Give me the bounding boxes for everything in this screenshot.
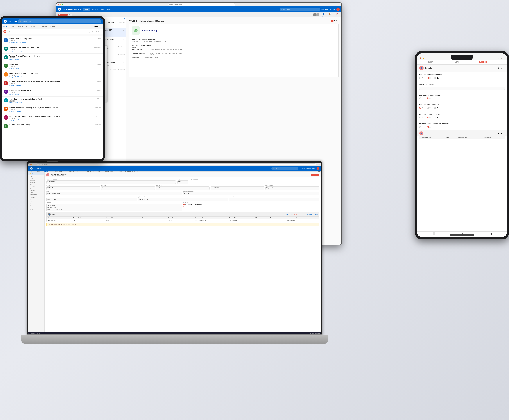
laptop-home-link[interactable]: ▶ 6 xyxy=(44,168,45,169)
phone-radio-cod-no[interactable] xyxy=(427,117,429,119)
close-btn[interactable] xyxy=(58,4,59,5)
tablet-case-purchase[interactable]: P Purchase of 45 Yamanto Way Yamanto Cli… xyxy=(2,114,103,122)
phone-radio-will-na[interactable] xyxy=(434,107,436,109)
indexing-btn[interactable]: 📋 Indexing xyxy=(327,12,333,17)
tablet-tab-new[interactable]: NEW xyxy=(9,24,15,29)
laptop-sidebar-notes[interactable]: Notes xyxy=(29,183,44,185)
monitor-tab-notes[interactable]: Notes xyxy=(106,8,112,11)
tablet-tab-index[interactable]: INDEX xyxy=(2,24,9,29)
laptop-sidebar-documents[interactable]: Documents xyxy=(29,181,44,183)
tablet-tab-accounting[interactable]: ACCOUNTING xyxy=(24,24,37,29)
laptop-sidebar-employee[interactable]: Employee xyxy=(29,205,44,207)
laptop-file-active-icon[interactable]: 🔴 xyxy=(183,206,185,207)
phone-radio-med-yes[interactable] xyxy=(419,126,421,128)
phone-codicil-no[interactable]: No xyxy=(427,117,431,119)
phone-medical-no[interactable]: No xyxy=(427,126,431,128)
tablet-case-watson-purchase[interactable]: W Watson Purchase from Wong 34 Harvey Wa… xyxy=(2,105,103,114)
phone-will-no[interactable]: No xyxy=(427,107,431,109)
phone-will-na[interactable]: N/a xyxy=(434,107,439,109)
tablet-add-btn[interactable]: + xyxy=(98,26,99,27)
tablet-case-watts[interactable]: W Watts Financial Agreement with Jones 2… xyxy=(2,45,103,53)
phone-radio-cap-no[interactable] xyxy=(427,98,429,99)
laptop-sidebar-relationship[interactable]: Relationship xyxy=(29,185,44,188)
more-icon[interactable]: ⋮ xyxy=(503,57,505,60)
phone-capacity-no[interactable]: No xyxy=(427,98,431,99)
phone-expand-btn[interactable]: ^ xyxy=(502,61,503,63)
laptop-search[interactable]: 🔍 Global search xyxy=(272,167,298,170)
laptop-sidebar-accounting2[interactable]: Accounting xyxy=(29,197,44,199)
table-row[interactable]: Jim Hernandez Client Client 0433663323 j… xyxy=(47,219,319,222)
tablet-tab-notes[interactable]: NOTES xyxy=(49,24,56,29)
tablet-filter-input[interactable]: 🔍 xyxy=(7,30,90,33)
laptop-sidebar-trust[interactable]: Trust xyxy=(29,199,44,201)
laptop-sidebar-succession[interactable]: Succession xyxy=(29,189,44,191)
tablet-view-toggle[interactable]: ⊞ xyxy=(91,30,93,32)
laptop-sidebar-new[interactable]: New xyxy=(29,177,44,179)
phone-poa-na[interactable]: N/a xyxy=(434,77,439,79)
doc-filter-input[interactable]: 🔍 xyxy=(68,14,72,16)
phone-radio-poa-no[interactable] xyxy=(427,77,429,79)
phone-ownership-add-btn[interactable]: ⊕ xyxy=(498,132,500,135)
monitor-search-bar[interactable]: 🔍 global search xyxy=(280,8,320,11)
tablet-case-nolan[interactable]: N Nolan Divorce from Harvey a year ago xyxy=(2,122,103,130)
laptop-sidebar-documents2[interactable]: Documents xyxy=(29,203,44,205)
preview-eye-btn[interactable]: 👁 xyxy=(334,20,335,22)
forward-icon[interactable]: → xyxy=(500,57,502,60)
phone-tab-fwd[interactable]: → xyxy=(500,61,502,63)
url-bar[interactable]: app.mmp.cloud/documents/ xyxy=(168,3,235,6)
menu-icon[interactable]: ☰ xyxy=(426,57,428,60)
laptop-sidebar-report[interactable]: Report xyxy=(29,209,44,211)
tablet-case-heranaj[interactable]: H Heranaj Purchase from Goran Purchase o… xyxy=(2,79,103,88)
tablet-case-jones[interactable]: J Jones General Advice Family Matters 20… xyxy=(2,71,103,79)
tablet-sort-toggle[interactable]: ≡ xyxy=(94,30,95,32)
maximize-btn[interactable] xyxy=(62,4,63,5)
back-icon[interactable]: ← xyxy=(497,57,499,60)
phone-tab-back[interactable]: ← xyxy=(498,61,499,63)
monitor-tab-trash[interactable]: Trash xyxy=(99,8,105,11)
home-icon[interactable]: 🏠 xyxy=(419,57,421,60)
laptop-legal-yes[interactable]: Yes xyxy=(183,204,187,205)
phone-radio-cod-na[interactable] xyxy=(434,117,436,119)
phone-tab-udfs[interactable]: UDFS xyxy=(443,60,470,64)
phone-codicil-na[interactable]: N/a xyxy=(434,117,439,119)
tablet-next-btn[interactable]: ▶ xyxy=(96,26,98,27)
laptop-sidebar-file-active[interactable]: 📁 File xyxy=(29,172,44,175)
laptop-tab-documents[interactable]: DOCUMENTS xyxy=(63,171,75,172)
view-icon-1[interactable] xyxy=(313,14,316,16)
phone-radio-will-yes[interactable] xyxy=(419,107,421,109)
laptop-legal-na[interactable]: Not Applicable xyxy=(193,204,202,205)
laptop-sidebar-estate[interactable]: Estate xyxy=(29,191,44,194)
phone-home-bar[interactable] xyxy=(450,234,474,236)
laptop-populate-btn[interactable]: POPULATE FIELDS (JIM CLIENTS) xyxy=(298,214,317,215)
preview-edit-btn[interactable]: ✏ xyxy=(336,20,337,22)
tablet-more-options[interactable]: ◉ xyxy=(96,30,97,32)
laptop-sidebar-udfs[interactable]: UDFs xyxy=(29,188,44,189)
tablet-filter-more[interactable]: ▶ xyxy=(98,30,99,32)
laptop-user-avatar[interactable]: K xyxy=(317,167,319,170)
monitor-tab-search[interactable]: Search xyxy=(83,8,90,11)
phone-ownership-up-btn[interactable]: ∧ xyxy=(501,132,502,135)
laptop-sidebar-index[interactable]: Index xyxy=(29,175,44,177)
laptop-sidebar-interested[interactable]: Interested Parties xyxy=(29,194,44,195)
laptop-tab-udfs[interactable]: UDFS xyxy=(96,171,103,172)
phone-held-input[interactable] xyxy=(419,87,505,90)
laptop-min[interactable] xyxy=(31,164,32,165)
phone-bottom-home[interactable]: ⬜ xyxy=(432,232,435,235)
laptop-tab-relationship[interactable]: RELATIONSHIP xyxy=(83,171,96,172)
phone-radio-cod-yes[interactable] xyxy=(419,117,421,119)
phone-poa-no[interactable]: No xyxy=(427,77,431,79)
minimize-btn[interactable] xyxy=(60,4,61,5)
tablet-tab-documents[interactable]: DOCUMENTS xyxy=(37,24,48,29)
laptop-sidebar-accounting[interactable]: Accounting xyxy=(29,179,44,181)
laptop-close[interactable] xyxy=(30,164,30,165)
laptop-legal-no[interactable]: No xyxy=(188,204,192,205)
phone-radio-med-no[interactable] xyxy=(427,126,429,128)
laptop-tab-interested[interactable]: INTERESTED PARTIES xyxy=(123,171,141,172)
laptop-max[interactable] xyxy=(32,164,33,165)
laptop-next-btn[interactable]: ▶ xyxy=(319,171,320,172)
laptop-form-btn[interactable]: FORM xyxy=(290,214,294,215)
phone-codicil-yes[interactable]: Yes xyxy=(419,117,424,119)
phone-options-btn[interactable]: ⋮ xyxy=(503,67,505,69)
monitor-user-avatar[interactable]: K xyxy=(336,8,340,11)
laptop-sidebar-banking[interactable]: Banking xyxy=(29,201,44,203)
